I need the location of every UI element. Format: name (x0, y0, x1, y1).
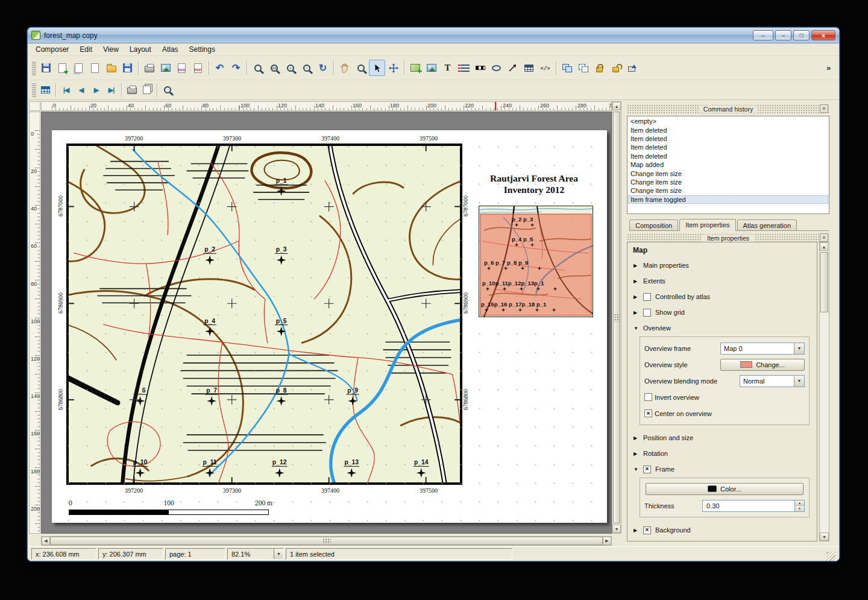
move-item-content-button[interactable] (385, 60, 401, 76)
scroll-up-arrow-icon[interactable]: ▲ (612, 102, 621, 110)
export-svg-button[interactable]: SVG (174, 60, 190, 76)
tab-composition[interactable]: Composition (629, 219, 678, 230)
raise-items-button[interactable] (624, 60, 640, 76)
horizontal-scroll-thumb[interactable] (50, 537, 603, 545)
window-close-button[interactable]: × (811, 30, 835, 40)
zoom-full-button[interactable] (250, 60, 266, 76)
zoom-in-button[interactable]: + (282, 60, 298, 76)
window-resize-grip[interactable] (826, 552, 835, 561)
add-map-button[interactable] (407, 60, 423, 76)
spin-down-icon[interactable]: ▼ (795, 506, 804, 511)
canvas-vertical-scrollbar[interactable]: ▲ ▼ (612, 101, 621, 534)
save-project-button[interactable] (38, 60, 54, 76)
pan-button[interactable] (336, 60, 353, 76)
composition-page[interactable]: p_1 p_2 p_3 p_4 p_5 p_6 p_7 p_8 p_9 p_10 (52, 130, 607, 523)
ungroup-items-button[interactable] (575, 60, 591, 76)
history-item[interactable]: Item deleted (628, 152, 828, 160)
scroll-right-arrow-icon[interactable]: ▶ (603, 537, 611, 545)
zoom-100-button[interactable]: 1:1 (266, 60, 282, 76)
item-properties-dock-title[interactable]: Item properties × (627, 233, 829, 242)
add-html-button[interactable]: </> (537, 60, 553, 76)
history-item[interactable]: <empty> (628, 117, 828, 125)
add-table-button[interactable] (521, 60, 537, 76)
refresh-button[interactable]: ↻ (315, 60, 331, 76)
history-item-selected[interactable]: Item frame toggled (628, 195, 828, 204)
add-shape-button[interactable] (488, 60, 505, 76)
print-atlas-button[interactable] (124, 83, 139, 97)
menu-view[interactable]: View (98, 44, 124, 55)
window-maximize-button[interactable]: □ (793, 30, 810, 40)
command-history-list[interactable]: <empty> Item deleted Item deleted Item d… (627, 116, 829, 214)
lock-items-button[interactable] (591, 60, 608, 76)
scroll-left-arrow-icon[interactable]: ◀ (42, 537, 50, 545)
section-position-and-size[interactable]: ▶ Position and size (627, 430, 817, 446)
atlas-first-button[interactable]: |◀ (58, 83, 74, 97)
add-legend-button[interactable] (456, 60, 472, 76)
thickness-spinner[interactable]: 0.30 ▲ ▼ (702, 500, 805, 512)
tab-item-properties[interactable]: Item properties (679, 219, 735, 231)
controlled-by-atlas-checkbox[interactable] (643, 293, 651, 301)
history-item[interactable]: Change item size (628, 169, 828, 177)
overview-blend-select[interactable]: Normal ▼ (740, 375, 805, 387)
atlas-preview-button[interactable] (38, 83, 53, 97)
history-item[interactable]: Map added (628, 160, 828, 169)
section-frame[interactable]: ▼ × Frame (627, 461, 817, 477)
command-history-dock-title[interactable]: Command history × (627, 104, 829, 113)
tab-atlas-generation[interactable]: Atlas generation (737, 219, 797, 230)
select-move-item-button[interactable] (369, 60, 385, 76)
atlas-last-button[interactable]: ▶| (104, 83, 119, 97)
panel-scrollbar[interactable]: ▲ ▼ (819, 242, 829, 542)
add-label-button[interactable]: T (439, 60, 456, 76)
titlebar[interactable]: forest_map copy ⇔ – □ × (28, 28, 839, 43)
duplicate-composer-button[interactable] (71, 60, 87, 76)
panel-scroll-thumb[interactable] (820, 252, 828, 312)
section-overview[interactable]: ▼ Overview (627, 320, 817, 336)
undo-button[interactable]: ↶ (212, 60, 228, 76)
scalebar-item[interactable]: 0 100 200 m (69, 499, 269, 515)
load-template-button[interactable] (103, 60, 119, 76)
export-atlas-button[interactable] (139, 83, 154, 97)
toolbar-grip[interactable] (32, 61, 36, 75)
center-on-overview-checkbox[interactable]: × (644, 409, 652, 417)
overview-frame-select[interactable]: Map 0 ▼ (720, 343, 805, 355)
section-extents[interactable]: ▶ Extents (627, 273, 817, 289)
canvas-horizontal-scrollbar[interactable]: ◀ ▶ (41, 536, 612, 546)
menu-composer[interactable]: Composer (30, 44, 74, 55)
menu-settings[interactable]: Settings (184, 44, 221, 55)
zoom-level-combobox[interactable]: 82.1% ▼ (227, 548, 284, 560)
menu-layout[interactable]: Layout (124, 44, 157, 55)
zoom-out-button[interactable]: − (298, 60, 315, 76)
section-main-properties[interactable]: ▶ Main properties (627, 257, 817, 273)
close-dock-button[interactable]: × (820, 233, 828, 242)
history-item[interactable]: Item deleted (628, 143, 828, 151)
show-grid-checkbox[interactable] (643, 309, 651, 317)
window-roll-button[interactable]: ⇔ (753, 30, 773, 40)
section-controlled-by-atlas[interactable]: ▶ Controlled by atlas (627, 289, 817, 305)
scroll-down-arrow-icon[interactable]: ▼ (820, 532, 829, 541)
scroll-down-arrow-icon[interactable]: ▼ (612, 525, 621, 533)
add-scalebar-button[interactable] (472, 60, 488, 76)
frame-checkbox[interactable]: × (643, 466, 651, 473)
close-dock-button[interactable]: × (820, 104, 828, 113)
menu-atlas[interactable]: Atlas (157, 44, 184, 55)
add-image-button[interactable] (423, 60, 439, 76)
zoom-tool-button[interactable] (353, 60, 369, 76)
composer-manager-button[interactable] (87, 60, 103, 76)
window-minimize-button[interactable]: – (775, 30, 791, 40)
section-rotation[interactable]: ▶ Rotation (627, 446, 817, 461)
map-item[interactable]: p_1 p_2 p_3 p_4 p_5 p_6 p_7 p_8 p_9 p_10 (66, 144, 462, 485)
atlas-prev-button[interactable]: ◀ (74, 83, 89, 97)
unlock-items-button[interactable] (608, 60, 624, 76)
scroll-up-arrow-icon[interactable]: ▲ (820, 242, 828, 251)
atlas-settings-button[interactable] (160, 83, 175, 97)
export-image-button[interactable] (157, 60, 174, 76)
print-button[interactable] (141, 60, 157, 76)
export-pdf-button[interactable]: PDF (190, 60, 206, 76)
menu-edit[interactable]: Edit (74, 44, 98, 55)
spin-up-icon[interactable]: ▲ (795, 501, 804, 507)
history-item[interactable]: Item deleted (628, 125, 828, 134)
toolbar-grip[interactable] (32, 83, 36, 97)
history-item[interactable]: Change item size (628, 186, 828, 195)
map-title-item[interactable]: Rautjarvi Forest Area Inventory 2012 (467, 172, 602, 195)
group-items-button[interactable] (559, 60, 575, 76)
